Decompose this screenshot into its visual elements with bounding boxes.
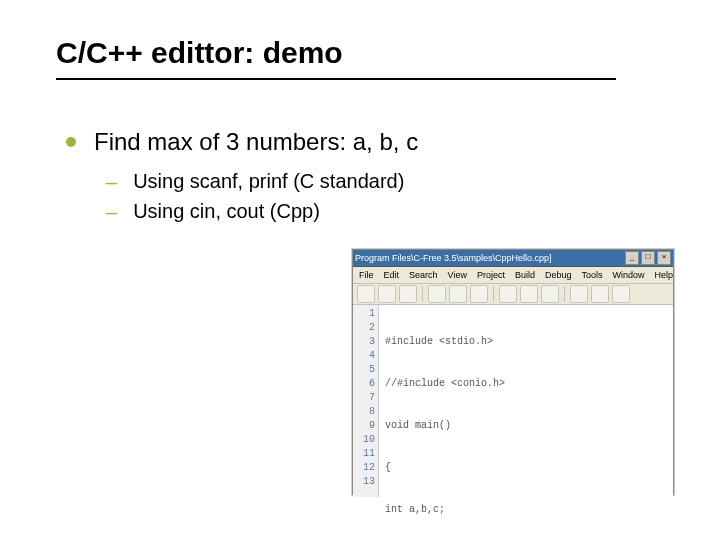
menu-debug[interactable]: Debug [545, 270, 572, 280]
line-number-gutter: 1 2 3 4 5 6 7 8 9 10 11 12 13 [353, 305, 379, 497]
bullet-level2-item: – Using scanf, prinf (C standard) [106, 170, 664, 194]
toolbar-button[interactable] [357, 285, 375, 303]
line-number: 6 [353, 377, 375, 391]
code-line: #include <stdio.h> [385, 335, 669, 349]
toolbar-separator [564, 286, 565, 302]
minimize-button[interactable]: _ [625, 251, 639, 265]
toolbar-button[interactable] [470, 285, 488, 303]
code-area[interactable]: #include <stdio.h> //#include <conio.h> … [379, 305, 673, 497]
menu-edit[interactable]: Edit [384, 270, 400, 280]
toolbar-separator [422, 286, 423, 302]
line-number: 10 [353, 433, 375, 447]
menu-project[interactable]: Project [477, 270, 505, 280]
line-number: 3 [353, 335, 375, 349]
menu-build[interactable]: Build [515, 270, 535, 280]
toolbar-button[interactable] [541, 285, 559, 303]
slide-body: Find max of 3 numbers: a, b, c – Using s… [56, 128, 664, 224]
ide-titlebar: Program Files\C-Free 3.5\samples\CppHell… [353, 250, 673, 267]
line-number: 7 [353, 391, 375, 405]
bullet-level2-text: Using scanf, prinf (C standard) [133, 170, 404, 193]
line-number: 12 [353, 461, 375, 475]
bullet-dot-icon [66, 137, 76, 147]
ide-title-text: Program Files\C-Free 3.5\samples\CppHell… [355, 253, 552, 263]
line-number: 2 [353, 321, 375, 335]
line-number: 5 [353, 363, 375, 377]
line-number: 4 [353, 349, 375, 363]
line-number: 11 [353, 447, 375, 461]
bullet-level2-list: – Using scanf, prinf (C standard) – Usin… [106, 170, 664, 224]
slide: C/C++ edittor: demo Find max of 3 number… [0, 0, 720, 540]
close-button[interactable]: × [657, 251, 671, 265]
toolbar-button[interactable] [399, 285, 417, 303]
bullet-level2-text: Using cin, cout (Cpp) [133, 200, 320, 223]
toolbar-button[interactable] [428, 285, 446, 303]
ide-toolbar [353, 284, 673, 305]
bullet-level1: Find max of 3 numbers: a, b, c [66, 128, 664, 156]
toolbar-button[interactable] [499, 285, 517, 303]
toolbar-button[interactable] [570, 285, 588, 303]
title-underline [56, 78, 616, 80]
toolbar-button[interactable] [612, 285, 630, 303]
dash-icon: – [106, 171, 117, 194]
line-number: 1 [353, 307, 375, 321]
menu-tools[interactable]: Tools [581, 270, 602, 280]
code-line: //#include <conio.h> [385, 377, 669, 391]
code-line: int a,b,c; [385, 503, 669, 517]
dash-icon: – [106, 201, 117, 224]
line-number: 13 [353, 475, 375, 489]
menu-file[interactable]: File [359, 270, 374, 280]
menu-help[interactable]: Help [655, 270, 674, 280]
code-line: { [385, 461, 669, 475]
ide-menubar: File Edit Search View Project Build Debu… [353, 267, 673, 284]
bullet-level1-text: Find max of 3 numbers: a, b, c [94, 128, 418, 156]
menu-view[interactable]: View [448, 270, 467, 280]
toolbar-separator [493, 286, 494, 302]
bullet-level2-item: – Using cin, cout (Cpp) [106, 200, 664, 224]
toolbar-button[interactable] [378, 285, 396, 303]
code-line: void main() [385, 419, 669, 433]
menu-window[interactable]: Window [613, 270, 645, 280]
ide-window: Program Files\C-Free 3.5\samples\CppHell… [352, 249, 674, 495]
ide-editor: 1 2 3 4 5 6 7 8 9 10 11 12 13 #include <… [353, 305, 673, 497]
toolbar-button[interactable] [591, 285, 609, 303]
slide-title: C/C++ edittor: demo [56, 36, 664, 70]
window-buttons: _ □ × [625, 251, 671, 265]
line-number: 8 [353, 405, 375, 419]
toolbar-button[interactable] [520, 285, 538, 303]
maximize-button[interactable]: □ [641, 251, 655, 265]
toolbar-button[interactable] [449, 285, 467, 303]
line-number: 9 [353, 419, 375, 433]
menu-search[interactable]: Search [409, 270, 438, 280]
